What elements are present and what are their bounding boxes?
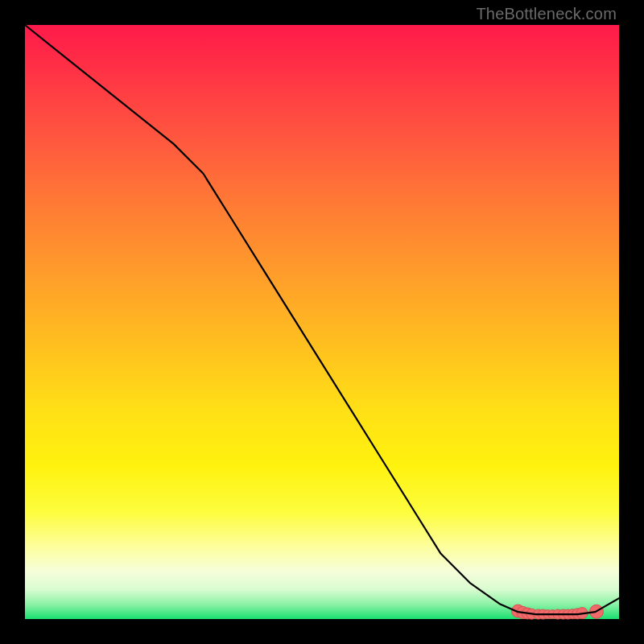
series-curve <box>25 25 619 614</box>
chart-overlay <box>25 25 619 619</box>
attribution-label: TheBottleneck.com <box>476 5 617 23</box>
chart-container: TheBottleneck.com <box>0 0 644 644</box>
